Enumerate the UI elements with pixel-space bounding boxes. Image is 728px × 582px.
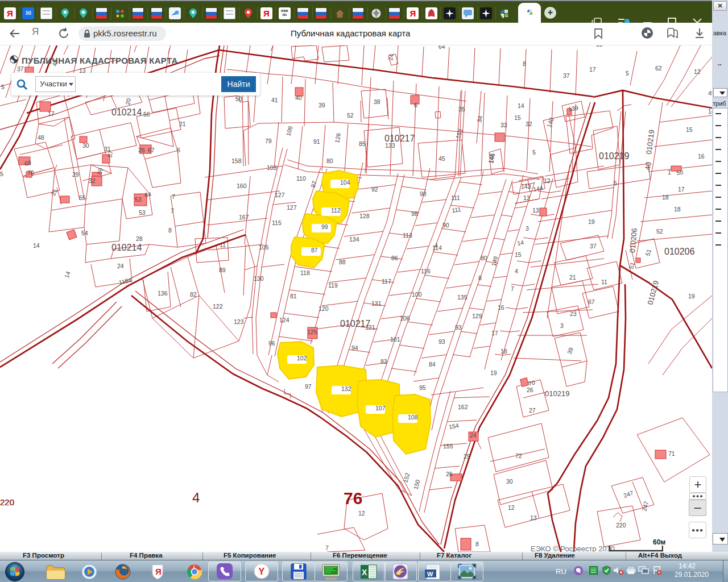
svg-text:21: 21: [569, 274, 576, 281]
svg-text:70: 70: [27, 169, 34, 176]
svg-text:010206: 010206: [628, 228, 639, 253]
svg-text:69: 69: [23, 159, 32, 167]
svg-text:93: 93: [439, 338, 445, 345]
svg-text:67: 67: [148, 147, 155, 153]
svg-text:82: 82: [190, 291, 197, 298]
svg-text:14: 14: [518, 102, 524, 109]
svg-text:34: 34: [475, 115, 483, 123]
svg-text:83: 83: [380, 358, 387, 365]
svg-text:62: 62: [655, 65, 662, 72]
svg-text:6: 6: [177, 147, 180, 153]
svg-text:52: 52: [656, 228, 663, 235]
svg-text:26: 26: [527, 386, 533, 393]
svg-text:99: 99: [321, 223, 328, 230]
svg-text:5: 5: [614, 180, 617, 186]
svg-text:4: 4: [192, 490, 200, 505]
svg-text:130: 130: [254, 275, 264, 282]
svg-text:115: 115: [272, 219, 282, 226]
svg-text:97: 97: [305, 383, 312, 390]
svg-text:8: 8: [168, 227, 172, 234]
svg-text:93: 93: [455, 324, 462, 331]
svg-text:14: 14: [516, 239, 524, 247]
svg-text:010219: 010219: [599, 151, 629, 161]
svg-text:12: 12: [694, 68, 701, 75]
svg-text:15: 15: [515, 251, 522, 258]
svg-text:Я: Я: [155, 567, 162, 576]
svg-text:155: 155: [443, 443, 453, 450]
svg-text:45: 45: [439, 155, 445, 162]
svg-text:23: 23: [570, 310, 577, 317]
svg-text:12: 12: [508, 504, 515, 511]
svg-text:7: 7: [511, 285, 514, 292]
svg-text:19: 19: [490, 369, 497, 376]
svg-text:64: 64: [144, 190, 152, 198]
svg-text:Y: Y: [259, 567, 265, 576]
svg-text:143: 143: [521, 183, 531, 190]
svg-text:54: 54: [81, 230, 88, 236]
svg-text:53: 53: [135, 196, 142, 203]
svg-text:32: 32: [526, 120, 532, 127]
svg-text:149: 149: [490, 255, 499, 267]
svg-text:79: 79: [265, 138, 272, 144]
svg-text:127: 127: [275, 192, 285, 198]
svg-text:129: 129: [472, 313, 482, 319]
svg-text:48: 48: [38, 134, 44, 141]
svg-text:27: 27: [529, 407, 536, 414]
svg-text:126: 126: [333, 132, 342, 143]
svg-text:118: 118: [300, 269, 310, 276]
svg-text:39: 39: [318, 102, 325, 109]
svg-text:3: 3: [560, 322, 564, 329]
svg-text:8: 8: [478, 275, 482, 281]
svg-text:16: 16: [698, 153, 705, 160]
svg-text:87: 87: [311, 247, 318, 253]
svg-text:112: 112: [331, 207, 341, 214]
svg-text:128: 128: [359, 213, 370, 219]
svg-text:15: 15: [686, 126, 693, 133]
svg-text:49: 49: [708, 90, 712, 97]
svg-text:5: 5: [0, 171, 3, 177]
svg-text:8: 8: [523, 60, 526, 67]
svg-text:107: 107: [375, 405, 386, 411]
svg-text:58: 58: [596, 45, 603, 48]
svg-text:95: 95: [419, 384, 426, 391]
svg-text:98: 98: [411, 210, 418, 217]
svg-text:37: 37: [590, 243, 597, 250]
svg-text:14: 14: [33, 242, 40, 249]
svg-text:14: 14: [63, 270, 72, 278]
svg-text:16: 16: [498, 304, 504, 311]
svg-text:17: 17: [48, 110, 55, 117]
svg-text:4: 4: [435, 242, 438, 249]
svg-text:72: 72: [515, 452, 522, 459]
svg-text:56: 56: [143, 111, 150, 118]
svg-text:117: 117: [382, 278, 391, 285]
svg-text:24: 24: [117, 263, 124, 269]
svg-text:80: 80: [481, 255, 487, 261]
svg-text:132: 132: [341, 385, 351, 392]
svg-text:125: 125: [307, 329, 317, 335]
svg-text:010219: 010219: [646, 280, 660, 306]
svg-text:97: 97: [309, 180, 318, 188]
svg-text:90: 90: [442, 222, 449, 228]
svg-text:50: 50: [676, 168, 684, 176]
svg-text:8: 8: [475, 541, 479, 547]
svg-text:92: 92: [371, 186, 378, 193]
svg-text:84: 84: [429, 361, 436, 368]
svg-text:35: 35: [458, 106, 465, 113]
svg-text:18: 18: [662, 194, 669, 201]
svg-text:110: 110: [296, 175, 306, 182]
svg-text:71: 71: [668, 450, 675, 457]
svg-text:123: 123: [234, 318, 244, 325]
svg-text:134: 134: [349, 236, 359, 243]
svg-text:150: 150: [412, 479, 421, 490]
svg-text:13: 13: [530, 514, 537, 521]
svg-text:103: 103: [267, 164, 277, 171]
svg-text:13: 13: [523, 194, 530, 201]
svg-text:247: 247: [623, 489, 635, 499]
svg-text:38: 38: [374, 98, 380, 105]
svg-text:5: 5: [532, 149, 536, 156]
svg-text:96: 96: [268, 340, 275, 347]
svg-text:146: 146: [487, 153, 496, 164]
svg-text:131: 131: [371, 300, 382, 307]
svg-text:51: 51: [644, 248, 652, 257]
svg-text:17: 17: [678, 186, 685, 193]
